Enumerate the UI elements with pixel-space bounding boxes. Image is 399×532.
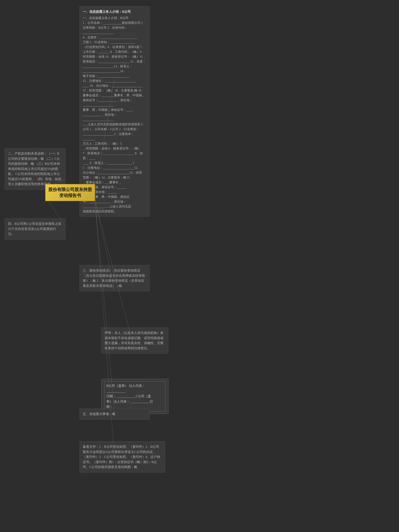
section2-content: 二、产权及控制关系说明：（一）B公司的主要股东结构：略 （二）C公司的股权结构：… <box>8 151 62 187</box>
central-label: 股份有限公司股东持股变动报告书 <box>47 187 93 198</box>
declaration-box: 声明：本人（以及本人所代表的机构）承诺本报告不存在虚假记载、误导性陈述或重大遗漏… <box>101 327 168 354</box>
signature-content: B公司（盖章） 法人代表：____________ 日期：___________… <box>104 381 165 412</box>
attachments-box: 备查文件：1．B公司营业执照。（复印件）2．B公司股东大会同意以A公司股权出资设… <box>80 441 165 473</box>
connector-lines <box>0 0 399 532</box>
central-node: 股份有限公司股东持股变动报告书 <box>45 184 95 201</box>
section4-box: 三、股份变动情况1．历次股份变动情况（含公告日前股份是否存在质押或冻结等情形）：… <box>80 265 150 291</box>
mind-map-container: 股份有限公司股东持股变动报告书 一、信息披露义务人介绍：B公司 一、信息披露义务… <box>0 0 399 532</box>
section3-box: 四、B公司和C公司在提交本报告之前六个月内没有买卖A公司股票的行为。 <box>5 218 65 240</box>
section1-title: 一、信息披露义务人介绍：B公司 <box>83 9 146 14</box>
section3-content: 四、B公司和C公司在提交本报告之前六个月内没有买卖A公司股票的行为。 <box>8 221 62 236</box>
declaration-content: 声明：本人（以及本人所代表的机构）承诺本报告不存在虚假记载、误导性陈述或重大遗漏… <box>105 330 165 351</box>
section5-content: 五、其他重大事项：略 <box>83 412 146 417</box>
attachments-content: 备查文件：1．B公司营业执照。（复印件）2．B公司股东大会同意以A公司股权出资设… <box>83 444 162 470</box>
section5-box: 五、其他重大事项：略 <box>80 409 150 420</box>
section4-content: 三、股份变动情况1．历次股份变动情况（含公告日前股份是否存在质押或冻结等情形）：… <box>83 268 146 288</box>
section2-box: 二、产权及控制关系说明：（一）B公司的主要股东结构：略 （二）C公司的股权结构：… <box>5 148 65 190</box>
